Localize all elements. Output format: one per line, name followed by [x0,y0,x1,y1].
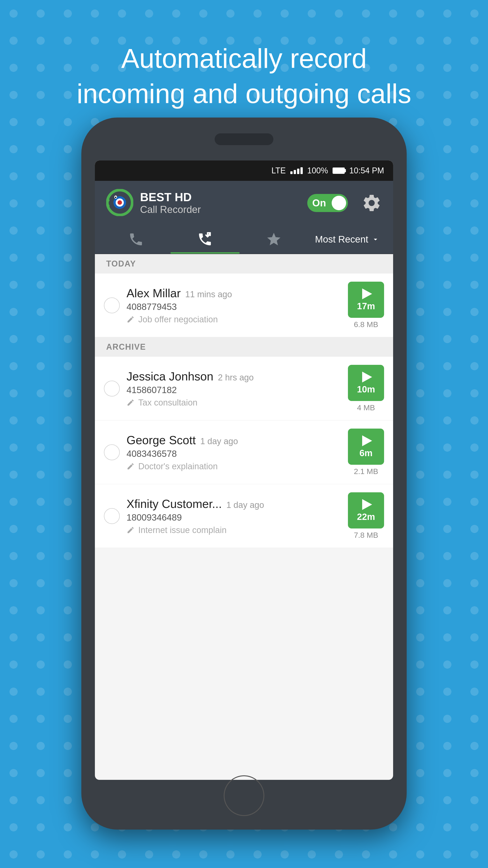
call-note-text-alex: Job offer negociation [138,315,218,324]
call-info-xfinity: Xfinity Customer... 1 day ago 1800934648… [127,497,341,535]
signal-icon [290,167,303,174]
headline-line2: incoming and outgoing calls [77,79,412,109]
call-item-jessica[interactable]: Jessica Jonhson 2 hrs ago 4158607182 Tax… [95,357,393,421]
tabs-bar: Most Recent [95,225,393,254]
play-duration-alex: 17m [357,301,375,311]
call-time-george: 1 day ago [200,436,238,446]
play-button-jessica[interactable]: 10m [348,365,384,401]
app-header: BEST HD Call Recorder On [95,181,393,225]
pencil-icon-george [127,462,135,470]
call-name-xfinity: Xfinity Customer... [127,497,222,510]
call-time-jessica: 2 hrs ago [218,373,254,382]
tab-starred[interactable] [239,225,308,254]
call-note-xfinity: Internet issue complain [127,525,341,535]
svg-point-5 [115,197,116,198]
call-name-alex: Alex Millar [127,286,181,300]
play-duration-george: 6m [359,448,372,458]
app-title-block: BEST HD Call Recorder [140,191,300,215]
play-size-xfinity: 7.8 MB [354,531,378,539]
battery-percent: 100% [307,166,328,176]
status-bar: LTE 100% 10:54 PM [95,160,393,181]
call-info-jessica: Jessica Jonhson 2 hrs ago 4158607182 Tax… [127,370,341,408]
call-item-xfinity[interactable]: Xfinity Customer... 1 day ago 1800934648… [95,484,393,548]
play-icon-jessica [362,372,372,382]
call-list: TODAY Alex Millar 11 mins ago 4088779453 [95,254,393,548]
clock: 10:54 PM [349,166,384,176]
play-button-wrapper-jessica: 10m 4 MB [348,365,384,412]
call-name-row-george: George Scott 1 day ago [127,433,341,447]
play-button-wrapper-alex: 17m 6.8 MB [348,282,384,329]
screen: LTE 100% 10:54 PM [95,160,393,780]
play-button-wrapper-xfinity: 22m 7.8 MB [348,492,384,539]
call-select-alex[interactable] [104,298,120,313]
play-button-wrapper-george: 6m 2.1 MB [348,429,384,476]
toggle-knob [332,196,346,210]
recording-toggle[interactable]: On [307,194,348,212]
toggle-switch[interactable]: On [307,194,348,212]
pencil-icon-xfinity [127,526,135,534]
call-name-row-alex: Alex Millar 11 mins ago [127,286,341,300]
app-title: BEST HD [140,191,300,204]
settings-icon[interactable] [361,193,382,213]
call-note-jessica: Tax consultaion [127,398,341,408]
play-size-jessica: 4 MB [357,403,375,412]
call-number-alex: 4088779453 [127,302,341,312]
call-select-jessica[interactable] [104,381,120,397]
call-name-jessica: Jessica Jonhson [127,370,213,383]
call-time-xfinity: 1 day ago [226,500,264,510]
home-button[interactable] [224,775,264,816]
play-button-alex[interactable]: 17m [348,282,384,318]
play-duration-jessica: 10m [357,384,375,395]
call-number-george: 4083436578 [127,449,341,459]
call-select-george[interactable] [104,444,120,460]
play-icon-xfinity [362,499,372,510]
call-name-george: George Scott [127,433,196,447]
call-note-alex: Job offer negociation [127,315,341,324]
play-button-george[interactable]: 6m [348,429,384,465]
chevron-down-icon [371,235,380,243]
call-number-xfinity: 18009346489 [127,513,341,523]
call-name-row-xfinity: Xfinity Customer... 1 day ago [127,497,341,510]
pencil-icon [127,315,135,323]
svg-point-3 [118,200,122,205]
call-note-text-george: Doctor's explaination [138,462,218,471]
app-logo [106,189,133,217]
phone-frame: LTE 100% 10:54 PM [81,118,407,830]
call-info-george: George Scott 1 day ago 4083436578 Doctor… [127,433,341,471]
section-today: TODAY [95,254,393,274]
headline: Automatically record incoming and outgoi… [0,0,488,134]
call-note-text-xfinity: Internet issue complain [138,525,227,535]
play-icon-alex [362,288,372,299]
call-select-xfinity[interactable] [104,508,120,524]
call-item-george[interactable]: George Scott 1 day ago 4083436578 Doctor… [95,421,393,484]
toggle-label: On [312,197,326,209]
tab-incoming[interactable] [102,225,170,254]
call-info-alex: Alex Millar 11 mins ago 4088779453 Job o… [127,286,341,324]
pencil-icon-jessica [127,399,135,407]
section-archive: ARCHIVE [95,337,393,357]
play-button-xfinity[interactable]: 22m [348,492,384,528]
play-duration-xfinity: 22m [357,512,375,522]
call-name-row-jessica: Jessica Jonhson 2 hrs ago [127,370,341,383]
headline-line1: Automatically record [121,43,367,73]
call-note-text-jessica: Tax consultaion [138,398,197,408]
network-label: LTE [271,166,286,176]
tab-outgoing[interactable] [170,225,239,254]
play-icon-george [362,435,372,446]
speaker [215,133,273,145]
app-subtitle: Call Recorder [140,204,300,215]
sort-label: Most Recent [315,234,368,245]
play-size-george: 2.1 MB [354,467,378,476]
play-size-alex: 6.8 MB [354,320,378,329]
call-number-jessica: 4158607182 [127,385,341,395]
call-time-alex: 11 mins ago [185,289,232,299]
sort-dropdown[interactable]: Most Recent [308,229,386,249]
call-item-alex[interactable]: Alex Millar 11 mins ago 4088779453 Job o… [95,274,393,337]
call-note-george: Doctor's explaination [127,462,341,471]
battery-icon [332,167,345,174]
